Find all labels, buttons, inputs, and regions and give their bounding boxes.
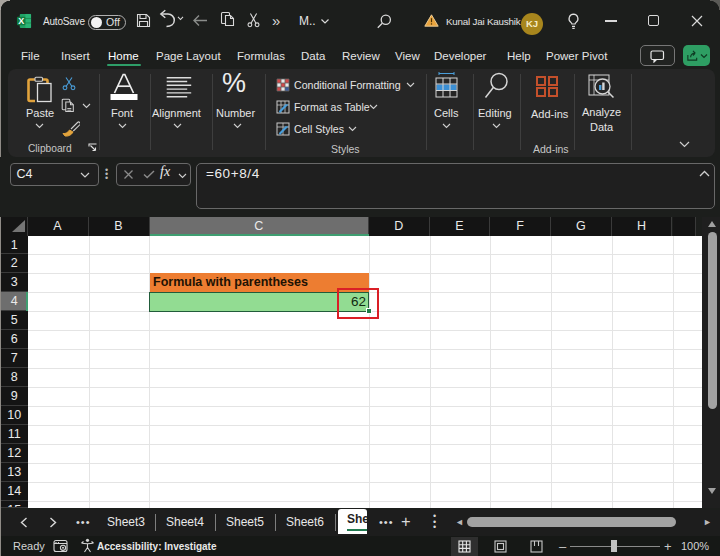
svg-text:X: X xyxy=(18,16,24,26)
